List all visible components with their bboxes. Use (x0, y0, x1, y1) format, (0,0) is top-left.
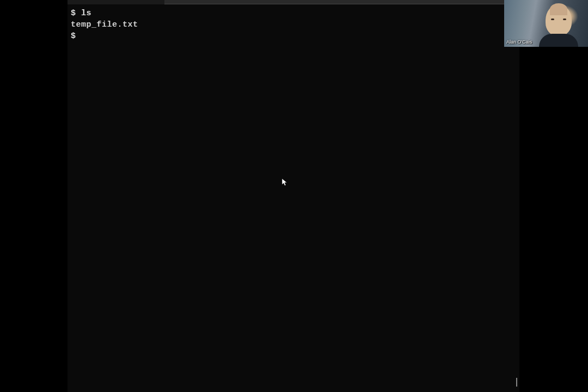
terminal-output-area[interactable]: $ ls temp_file.txt $ (68, 4, 519, 45)
participant-face (546, 4, 572, 36)
shell-command: ls (81, 9, 91, 18)
webcam-participant-video[interactable]: Alan O'Cais (504, 0, 588, 47)
scrollbar-thumb[interactable] (516, 378, 517, 387)
shell-prompt: $ (71, 9, 81, 18)
terminal-line-output: temp_file.txt (71, 19, 516, 30)
screen-background: $ ls temp_file.txt $ Alan O'Cais (0, 0, 588, 392)
shell-prompt: $ (71, 30, 81, 42)
participant-name-label: Alan O'Cais (506, 39, 532, 45)
terminal-line-command: $ ls (71, 8, 516, 19)
participant-body (539, 34, 578, 47)
terminal-title-bar (68, 0, 519, 4)
terminal-current-line[interactable]: $ (71, 30, 516, 42)
terminal-tab[interactable] (68, 0, 164, 4)
terminal-window[interactable]: $ ls temp_file.txt $ (68, 0, 519, 392)
